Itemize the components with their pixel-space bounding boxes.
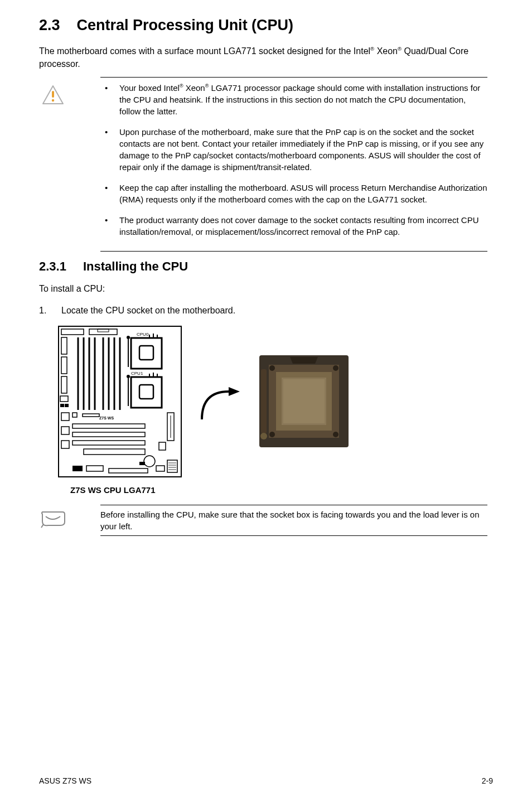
step-1: 1. Locate the CPU socket on the motherbo… [39, 306, 493, 316]
svg-rect-11 [60, 404, 64, 407]
svg-rect-15 [61, 441, 69, 448]
figure-row: CPU0 CPU1 Z7S WS [39, 323, 493, 482]
socket-photo [257, 352, 351, 452]
svg-point-69 [333, 365, 338, 371]
svg-rect-42 [83, 414, 99, 417]
svg-point-67 [260, 433, 267, 439]
note-text: Before installing the CPU, make sure tha… [67, 505, 493, 535]
svg-rect-44 [72, 432, 145, 437]
svg-rect-34 [139, 385, 153, 399]
warning-item: The product warranty does not cover dama… [100, 214, 487, 238]
svg-text:Z7S WS: Z7S WS [99, 416, 114, 420]
svg-point-36 [127, 375, 130, 378]
svg-rect-66 [261, 369, 267, 433]
svg-rect-51 [86, 466, 103, 471]
svg-rect-12 [65, 404, 69, 407]
svg-rect-50 [72, 466, 83, 471]
svg-rect-52 [109, 468, 148, 473]
section-title-text: Central Processing Unit (CPU) [77, 17, 294, 33]
warning-item: Keep the cap after installing the mother… [100, 182, 487, 205]
note-callout: Before installing the CPU, make sure tha… [39, 505, 493, 535]
svg-rect-13 [61, 413, 69, 421]
svg-rect-41 [72, 413, 77, 417]
svg-rect-9 [61, 376, 67, 393]
svg-rect-7 [61, 337, 67, 354]
arrow-icon [195, 378, 245, 428]
section-heading: 2.3Central Processing Unit (CPU) [39, 17, 493, 34]
note-icon [39, 505, 67, 529]
footer-right: 2-9 [482, 776, 493, 785]
install-intro: To install a CPU: [39, 283, 493, 295]
divider [100, 535, 487, 536]
step-text: Locate the CPU socket on the motherboard… [61, 306, 235, 316]
warning-callout: Your boxed Intel® Xeon® LGA771 processor… [39, 82, 493, 247]
subsection-title-text: Installing the CPU [83, 259, 188, 273]
figure-caption: Z7S WS CPU LGA771 [39, 485, 493, 495]
subsection-heading: 2.3.1Installing the CPU [39, 259, 493, 274]
svg-point-70 [269, 432, 275, 437]
svg-rect-14 [61, 427, 69, 434]
section-number: 2.3 [39, 17, 60, 33]
footer-left: ASUS Z7S WS [39, 776, 91, 785]
svg-text:CPU1: CPU1 [131, 371, 143, 376]
divider [100, 251, 487, 252]
svg-rect-4 [61, 329, 84, 335]
subsection-number: 2.3.1 [39, 259, 66, 273]
step-number: 1. [39, 306, 61, 316]
svg-rect-8 [61, 357, 67, 374]
svg-rect-49 [159, 442, 166, 450]
page-footer: ASUS Z7S WS 2-9 [39, 776, 493, 785]
divider [100, 77, 487, 78]
svg-point-28 [127, 336, 130, 339]
svg-marker-61 [229, 387, 240, 396]
svg-rect-25 [131, 338, 162, 369]
svg-text:CPU0: CPU0 [137, 332, 149, 337]
motherboard-diagram: CPU0 CPU1 Z7S WS [56, 323, 184, 482]
svg-rect-55 [167, 460, 177, 472]
svg-rect-54 [156, 466, 165, 471]
svg-rect-43 [72, 424, 145, 428]
svg-point-68 [269, 365, 275, 371]
svg-rect-60 [139, 462, 145, 465]
svg-rect-10 [60, 396, 68, 402]
warning-item: Your boxed Intel® Xeon® LGA771 processor… [100, 82, 487, 117]
svg-rect-1 [52, 91, 54, 98]
svg-point-53 [144, 456, 155, 467]
svg-rect-33 [131, 377, 162, 408]
svg-rect-26 [139, 346, 153, 360]
intro-paragraph: The motherboard comes with a surface mou… [39, 45, 493, 70]
svg-rect-46 [84, 449, 145, 455]
warning-list: Your boxed Intel® Xeon® LGA771 processor… [100, 82, 487, 238]
svg-rect-45 [72, 441, 145, 445]
svg-point-71 [333, 432, 338, 437]
svg-rect-72 [283, 379, 325, 423]
svg-point-2 [52, 99, 54, 102]
warning-item: Upon purchase of the motherboard, make s… [100, 126, 487, 173]
warning-icon [39, 82, 67, 104]
